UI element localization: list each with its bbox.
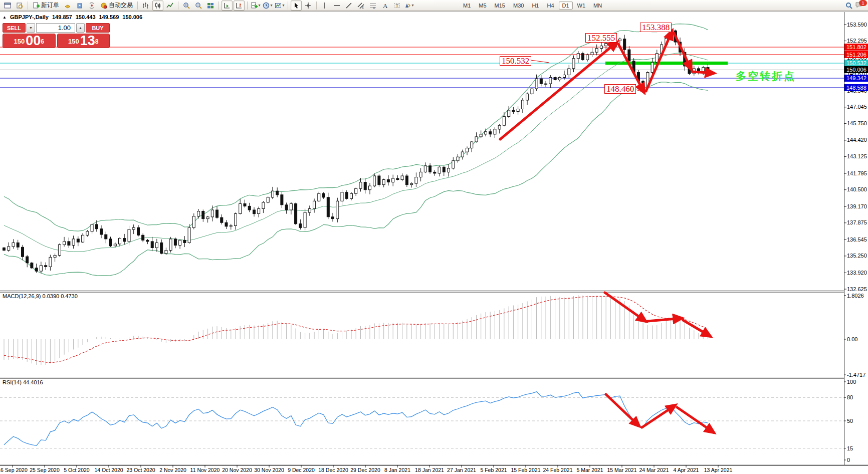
date-label: 9 Dec 2020 <box>288 467 315 473</box>
rsi-tick: 100 <box>847 379 856 385</box>
date-label: 24 Feb 2021 <box>543 467 573 473</box>
buy-price-main: 150 <box>68 36 79 47</box>
collapse-icon[interactable]: ▲ <box>3 15 7 20</box>
mt4-window: 新订单自动交易▾▾▾EFAT▾M1M5M15M30H1H4D1W1MN1 ▲ G… <box>0 0 868 474</box>
buy-price-big: 13 <box>80 34 95 47</box>
date-label: 15 Mar 2021 <box>607 467 637 473</box>
date-label: 2 Nov 2020 <box>159 467 186 473</box>
sell-price-main: 150 <box>14 36 25 47</box>
price-badge: 150.006 <box>844 66 868 73</box>
price-tick: 143.125 <box>847 153 867 159</box>
date-label: 13 Apr 2021 <box>704 467 733 473</box>
ohlc-open: 149.857 <box>52 14 72 20</box>
date-label: 5 Oct 2020 <box>64 467 89 473</box>
date-label: 30 Nov 2020 <box>254 467 284 473</box>
price-annotation[interactable]: 148.460 <box>604 84 636 94</box>
price-annotation[interactable]: 153.388 <box>640 23 672 32</box>
rsi-tick: 80 <box>847 394 853 400</box>
price-tick: 136.545 <box>847 236 867 243</box>
macd-tick: -1.4717 <box>847 372 865 378</box>
price-tick: 140.500 <box>847 186 867 192</box>
date-label: 27 Jan 2021 <box>447 467 476 473</box>
rsi-label: RSI(14) 44.4016 <box>3 379 43 385</box>
price-tick: 153.590 <box>847 22 867 28</box>
date-label: 15 Feb 2021 <box>511 467 541 473</box>
price-tick: 147.045 <box>847 104 867 110</box>
price-tick: 135.250 <box>847 253 867 259</box>
date-label: 18 Dec 2020 <box>318 467 348 473</box>
ohlc-close: 150.006 <box>122 14 142 20</box>
macd-label: MACD(12,26,9) 0.0390 0.4730 <box>3 293 78 299</box>
price-tick: 144.420 <box>847 137 867 143</box>
price-tick: 152.295 <box>847 38 867 44</box>
price-tick: 137.875 <box>847 219 867 225</box>
price-tick: 145.750 <box>847 120 867 126</box>
price-badge: 151.206 <box>844 51 868 58</box>
date-label: 25 Sep 2020 <box>30 467 60 473</box>
sell-price-big: 00 <box>26 34 41 47</box>
volume-input[interactable]: 1.00 <box>36 23 75 33</box>
date-label: 11 Nov 2020 <box>190 467 220 473</box>
macd-tick: 1.8026 <box>847 293 864 299</box>
price-tick: 139.170 <box>847 203 867 209</box>
price-annotation[interactable]: 150.532 <box>500 56 531 66</box>
buy-price-pip: 8 <box>95 34 99 49</box>
buy-button[interactable]: BUY <box>86 23 110 33</box>
volume-increase-button[interactable]: ▲ <box>76 23 85 33</box>
ohlc-low: 149.569 <box>99 14 119 20</box>
date-label: 20 Nov 2020 <box>222 467 252 473</box>
price-annotation[interactable]: 152.555 <box>585 33 617 43</box>
price-badge: 148.588 <box>844 84 868 91</box>
date-label: 24 Mar 2021 <box>639 467 669 473</box>
price-badge: 150.532 <box>844 60 868 67</box>
sell-button[interactable]: SELL <box>3 23 26 33</box>
buy-price-button[interactable]: 150 13 8 <box>57 34 110 48</box>
price-badge: 151.802 <box>844 44 868 51</box>
sell-price-pip: 6 <box>41 34 44 49</box>
ohlc-high: 150.443 <box>76 14 96 20</box>
rsi-tick: 50 <box>847 418 853 424</box>
text-annotation[interactable]: 多空转折点 <box>736 69 796 83</box>
price-tick: 132.625 <box>847 286 867 292</box>
date-label: 23 Oct 2020 <box>126 467 155 473</box>
one-click-trading-panel: SELL ▼ 1.00 ▲ BUY 150 00 6 150 13 8 <box>3 23 110 48</box>
date-label: 4 Apr 2021 <box>674 467 699 473</box>
price-tick: 133.920 <box>847 270 867 276</box>
price-tick: 141.795 <box>847 170 867 176</box>
date-label: 5 Feb 2021 <box>480 467 507 473</box>
date-label: 29 Dec 2020 <box>350 467 380 473</box>
date-label: 5 Mar 2021 <box>576 467 603 473</box>
rsi-tick: 0 <box>847 457 850 463</box>
date-label: 18 Jan 2021 <box>415 467 444 473</box>
date-label: 16 Sep 2020 <box>0 467 28 473</box>
volume-decrease-button[interactable]: ▼ <box>27 23 35 33</box>
symbol-info: ▲ GBPJPY-,Daily 149.857 150.443 149.569 … <box>3 14 142 20</box>
date-label: 14 Oct 2020 <box>94 467 123 473</box>
price-badge: 149.342 <box>844 75 868 82</box>
symbol-title: GBPJPY-,Daily <box>10 14 49 20</box>
sell-price-button[interactable]: 150 00 6 <box>3 34 56 48</box>
date-label: 8 Jan 2021 <box>384 467 410 473</box>
macd-tick: 0.00 <box>847 336 857 342</box>
rsi-tick: 15 <box>847 445 853 451</box>
